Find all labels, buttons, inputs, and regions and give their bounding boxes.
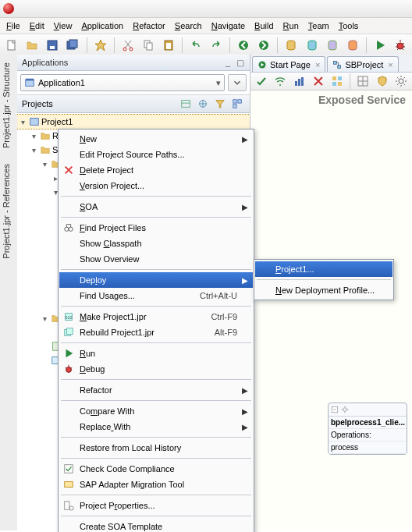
ctx-sap-adapter-migration-tool[interactable]: SAP Adapter Migration Tool <box>59 477 253 492</box>
ctx-new[interactable]: New▶ <box>59 131 253 147</box>
ctx-run[interactable]: Run <box>59 346 253 361</box>
projects-toolbutton-4[interactable] <box>229 97 245 111</box>
copy-button[interactable] <box>140 36 157 55</box>
deploy-project1[interactable]: Project1... <box>255 261 392 277</box>
ctx-edit-project-source-paths[interactable]: Edit Project Source Paths... <box>59 147 253 162</box>
ctx-create-soa-template[interactable]: Create SOA Template <box>59 519 253 532</box>
projects-filter-button[interactable] <box>212 97 228 111</box>
tree-node-project[interactable]: ▾ Project1 <box>17 115 250 129</box>
ctx-restore-from-local-history[interactable]: Restore from Local History <box>59 440 253 456</box>
side-tabbar: Project1.jpr - Structure Project1.jpr - … <box>0 55 18 530</box>
tree-expand-icon[interactable]: ▾ <box>30 132 38 140</box>
ctx-find-project-files[interactable]: Find Project Files <box>59 220 253 236</box>
composite-icon <box>332 60 342 69</box>
ctx-make-project1-jpr[interactable]: 010Make Project1.jprCtrl-F9 <box>59 309 253 325</box>
gear-button[interactable] <box>393 72 409 90</box>
collapse-icon[interactable] <box>331 406 339 413</box>
ctx-delete-project[interactable]: Delete Project <box>59 162 253 178</box>
menu-file[interactable]: File <box>2 20 25 32</box>
menu-team[interactable]: Team <box>304 20 334 32</box>
deploy-new-deployment-profile[interactable]: New Deployment Profile... <box>255 282 392 298</box>
project-context-menu[interactable]: New▶Edit Project Source Paths...Delete P… <box>58 129 254 532</box>
ctx-show-classpath[interactable]: Show Classpath <box>59 236 253 251</box>
menu-item-label: Debug <box>80 364 105 374</box>
close-icon[interactable]: × <box>315 60 320 69</box>
tree-node-label: Project1 <box>41 117 73 126</box>
menu-view[interactable]: View <box>49 20 77 32</box>
menu-separator <box>61 196 251 197</box>
ctx-find-usages[interactable]: Find Usages...Ctrl+Alt-U <box>59 288 253 303</box>
chart-button[interactable] <box>292 72 307 90</box>
panel-minimize-icon[interactable]: _ <box>223 58 233 67</box>
menu-application[interactable]: Application <box>76 20 128 32</box>
redo-button[interactable] <box>208 36 225 55</box>
db-button-1[interactable] <box>282 36 300 55</box>
menu-navigate[interactable]: Navigate <box>207 20 250 32</box>
layout-button[interactable] <box>355 72 371 90</box>
menu-tools[interactable]: Tools <box>334 20 364 32</box>
application-combo[interactable]: Application1 ▾ <box>20 74 225 91</box>
save-button[interactable] <box>44 36 61 55</box>
composite-canvas[interactable]: Exposed Service bpelprocess1_clie... Ope… <box>250 90 412 530</box>
side-tab-structure[interactable]: Project1.jpr - Structure <box>0 55 12 156</box>
menu-run[interactable]: Run <box>279 20 304 32</box>
ctx-deploy[interactable]: Deploy▶ <box>59 272 253 288</box>
menu-build[interactable]: Build <box>250 20 278 32</box>
ctx-soa[interactable]: SOA▶ <box>59 199 253 215</box>
menu-edit[interactable]: Edit <box>25 20 49 32</box>
tab-sbproject[interactable]: SBProject × <box>327 56 398 72</box>
db-button-4[interactable] <box>344 36 361 55</box>
wifi-button[interactable] <box>272 72 288 90</box>
submenu-arrow-icon: ▶ <box>242 276 248 285</box>
projects-toolbutton-2[interactable] <box>195 97 211 111</box>
forward-button[interactable] <box>255 36 272 55</box>
tree-expand-icon[interactable]: ▾ <box>30 146 38 154</box>
new-button[interactable] <box>3 36 20 55</box>
grid-button[interactable] <box>329 72 345 90</box>
ctx-show-overview[interactable]: Show Overview <box>59 251 253 267</box>
tree-expand-icon[interactable]: ▾ <box>19 118 27 126</box>
db-button-2[interactable] <box>303 36 320 55</box>
applications-header: Applications _ ▢ <box>17 55 250 71</box>
ctx-debug[interactable]: Debug <box>59 361 253 377</box>
shield-button[interactable] <box>374 72 389 90</box>
close-icon[interactable]: × <box>388 60 392 69</box>
db-button-3[interactable] <box>324 36 341 55</box>
menu-item-label: Create SOA Template <box>80 522 162 531</box>
ctx-replace-with[interactable]: Replace With▶ <box>59 419 253 434</box>
new-application-button[interactable] <box>228 74 247 91</box>
delete-button[interactable] <box>311 72 326 90</box>
menu-separator <box>61 437 251 438</box>
menu-search[interactable]: Search <box>170 20 207 32</box>
ctx-rebuild-project1-jpr[interactable]: Rebuild Project1.jprAlt-F9 <box>59 325 253 340</box>
svg-rect-41 <box>301 77 304 86</box>
validate-button[interactable] <box>254 72 269 90</box>
menu-refactor[interactable]: Refactor <box>128 20 170 32</box>
debug-button[interactable] <box>392 36 409 55</box>
ctx-compare-with[interactable]: Compare With▶ <box>59 403 253 419</box>
cut-button[interactable] <box>119 36 137 55</box>
tab-start-page[interactable]: Start Page × <box>252 56 325 72</box>
ctx-check-code-compliance[interactable]: Check Code Compliance <box>59 461 253 477</box>
svg-rect-45 <box>338 82 342 86</box>
panel-restore-icon[interactable]: ▢ <box>236 58 245 67</box>
service-node[interactable]: bpelprocess1_clie... Operations: process <box>328 403 407 455</box>
side-tab-references[interactable]: Project1.jpr - References <box>0 156 12 267</box>
badge-button[interactable] <box>91 36 108 55</box>
svg-rect-24 <box>238 100 241 103</box>
run-button[interactable] <box>371 36 389 55</box>
deploy-submenu[interactable]: Project1...New Deployment Profile... <box>254 259 394 300</box>
projects-toolbutton-1[interactable] <box>178 97 194 111</box>
chevron-down-icon: ▾ <box>216 78 221 88</box>
undo-button[interactable] <box>187 36 204 55</box>
ctx-refactor[interactable]: Refactor▶ <box>59 382 253 398</box>
open-button[interactable] <box>23 36 41 55</box>
svg-rect-36 <box>334 61 337 64</box>
menu-item-label: New Deployment Profile... <box>275 286 375 295</box>
back-button[interactable] <box>235 36 252 55</box>
ctx-version-project[interactable]: Version Project... <box>59 178 253 193</box>
ctx-project-properties[interactable]: Project Properties... <box>59 498 253 513</box>
save-all-button[interactable] <box>64 36 81 55</box>
paste-button[interactable] <box>160 36 177 55</box>
menu-item-label: Run <box>80 349 95 358</box>
